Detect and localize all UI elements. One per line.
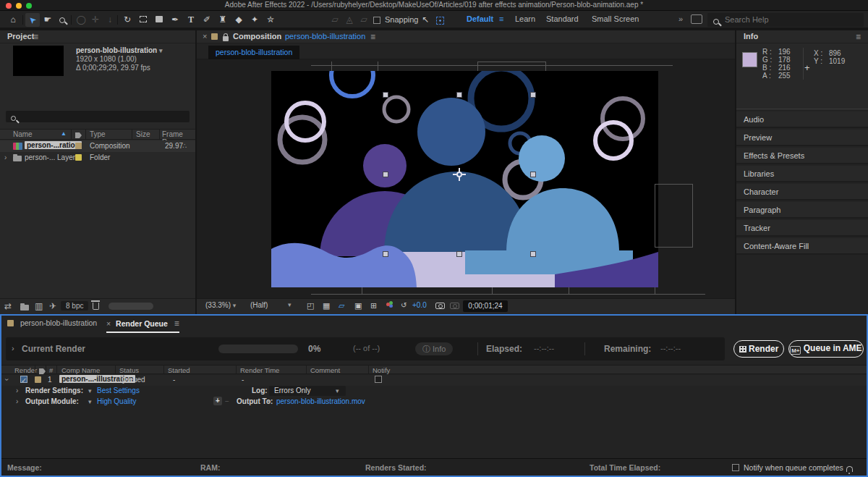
channel-rgb-icon[interactable] bbox=[386, 301, 395, 310]
queue-in-ame-button[interactable]: M+ Queue in AME bbox=[788, 340, 864, 358]
delete-icon[interactable] bbox=[93, 300, 99, 311]
shape-tool-icon[interactable] bbox=[152, 13, 166, 27]
workspace-menu-icon[interactable]: ≡ bbox=[499, 14, 503, 23]
log-dropdown[interactable]: Errors Only ▾ bbox=[269, 386, 346, 396]
sidebar-item-content-aware-fill[interactable]: Content-Aware Fill bbox=[736, 238, 868, 255]
comp-panel-comp-name[interactable]: person-blob-illustration bbox=[285, 32, 365, 41]
column-comp-name[interactable]: Comp Name bbox=[61, 366, 100, 374]
sidebar-item-character[interactable]: Character bbox=[736, 184, 868, 200]
label-color-swatch[interactable] bbox=[75, 143, 82, 149]
lock-icon[interactable] bbox=[223, 33, 229, 42]
project-comp-name[interactable]: person-blob-illustration ▾ bbox=[76, 46, 163, 54]
sidebar-item-preview[interactable]: Preview bbox=[736, 130, 868, 146]
project-search-box[interactable] bbox=[6, 111, 190, 122]
help-search-input[interactable] bbox=[725, 14, 855, 25]
column-type[interactable]: Type bbox=[90, 130, 106, 138]
eraser-tool-icon[interactable]: ◆ bbox=[231, 13, 246, 27]
add-output-module-button[interactable]: + bbox=[213, 397, 222, 405]
mask-visibility-icon[interactable]: ▱ bbox=[339, 301, 344, 311]
output-to-link[interactable]: person-blob-illustration.mov bbox=[276, 397, 365, 405]
expand-chevron-icon[interactable]: › bbox=[16, 387, 18, 394]
column-render-time[interactable]: Render Time bbox=[240, 366, 279, 374]
chevron-down-icon[interactable]: ▾ bbox=[288, 301, 292, 308]
column-name[interactable]: Name bbox=[13, 130, 33, 138]
column-status[interactable]: Status bbox=[119, 366, 139, 374]
render-enabled-checkbox[interactable]: ✓ bbox=[20, 376, 27, 384]
column-render[interactable]: Render bbox=[14, 366, 37, 374]
composition-viewer[interactable] bbox=[197, 59, 735, 298]
expand-chevron-icon[interactable]: › bbox=[4, 153, 7, 161]
column-notify[interactable]: Notify bbox=[373, 366, 390, 374]
notify-queue-checkbox[interactable] bbox=[732, 463, 739, 472]
render-settings-link[interactable]: Best Settings bbox=[97, 387, 140, 394]
transparency-grid-icon[interactable]: ▦ bbox=[323, 301, 330, 311]
sidebar-item-paragraph[interactable]: Paragraph bbox=[736, 202, 868, 219]
snap-options-icon[interactable] bbox=[433, 13, 447, 27]
project-row-composition[interactable]: person-...ration Composition 29.97 ∴ bbox=[0, 140, 195, 152]
workspace-overflow-icon[interactable]: » bbox=[678, 14, 683, 23]
comp-panel-label[interactable]: Composition bbox=[233, 32, 281, 41]
new-folder-icon[interactable] bbox=[20, 303, 29, 313]
type-tool-icon[interactable]: T bbox=[184, 13, 198, 27]
new-composition-icon[interactable]: ▥ bbox=[35, 301, 43, 311]
chevron-down-icon[interactable]: ▾ bbox=[88, 387, 92, 394]
reset-exposure-icon[interactable]: ↺ bbox=[401, 301, 407, 309]
project-flowchart-icon[interactable]: ✈ bbox=[49, 301, 56, 311]
help-search-field[interactable] bbox=[707, 13, 864, 27]
notify-checkbox[interactable] bbox=[375, 376, 382, 384]
panel-menu-icon[interactable]: ≡ bbox=[33, 32, 38, 42]
panel-menu-icon[interactable]: ≡ bbox=[856, 32, 861, 42]
selection-tool-icon[interactable]: ➤ bbox=[25, 13, 40, 27]
snapping-checkbox[interactable] bbox=[373, 16, 380, 25]
chevron-down-icon[interactable]: ▾ bbox=[88, 398, 92, 405]
sort-ascending-icon[interactable]: ▲ bbox=[61, 130, 67, 137]
clone-stamp-tool-icon[interactable]: ♜ bbox=[216, 13, 230, 27]
panel-menu-icon[interactable]: ≡ bbox=[174, 318, 179, 329]
zoom-tool-icon[interactable] bbox=[55, 13, 69, 27]
workspace-settings-icon[interactable] bbox=[691, 14, 702, 24]
horizontal-scrollbar[interactable] bbox=[109, 303, 153, 310]
tab-composition[interactable]: person-blob-illustration bbox=[7, 318, 97, 333]
hand-tool-icon[interactable]: ☛ bbox=[41, 13, 55, 27]
column-comment[interactable]: Comment bbox=[310, 366, 340, 374]
info-panel-title[interactable]: Info bbox=[744, 32, 758, 41]
render-button[interactable]: Render bbox=[733, 340, 784, 358]
guides-options-icon[interactable]: ⊞ bbox=[370, 301, 377, 311]
sidebar-item-audio[interactable]: Audio bbox=[736, 111, 868, 128]
panel-menu-icon[interactable]: ≡ bbox=[370, 32, 375, 42]
close-tab-icon[interactable]: × bbox=[106, 319, 111, 328]
viewer-tab[interactable]: person-blob-illustration bbox=[208, 46, 299, 59]
project-search-input[interactable] bbox=[25, 111, 184, 122]
pen-tool-icon[interactable]: ✒ bbox=[168, 13, 182, 27]
workspace-tab-learn[interactable]: Learn bbox=[515, 14, 535, 23]
column-number[interactable]: # bbox=[49, 366, 53, 374]
pan-behind-tool-icon[interactable] bbox=[136, 13, 150, 27]
workspace-tab-small-screen[interactable]: Small Screen bbox=[592, 14, 639, 23]
project-row-folder[interactable]: › person-... Layers Folder bbox=[0, 152, 195, 164]
composition-canvas[interactable] bbox=[271, 71, 658, 287]
roto-brush-tool-icon[interactable]: ✦ bbox=[247, 13, 262, 27]
chevron-down-icon[interactable]: ▾ bbox=[268, 398, 271, 405]
tab-render-queue[interactable]: × Render Queue ≡ bbox=[106, 318, 179, 333]
snap-pointer-icon[interactable]: ↖ bbox=[418, 13, 433, 27]
brush-tool-icon[interactable]: ✐ bbox=[200, 13, 214, 27]
queue-row[interactable]: › ✓ 1 person-...-illustration Queued - - bbox=[1, 375, 867, 386]
puppet-pin-tool-icon[interactable]: ✮ bbox=[263, 13, 278, 27]
sidebar-item-effects-presets[interactable]: Effects & Presets bbox=[736, 148, 868, 164]
exposure-value[interactable]: +0.0 bbox=[412, 301, 427, 309]
rotation-tool-icon[interactable]: ↻ bbox=[120, 13, 135, 27]
sidebar-item-tracker[interactable]: Tracker bbox=[736, 220, 868, 237]
label-color-swatch[interactable] bbox=[75, 154, 82, 161]
grid-guides-icon[interactable]: ◰ bbox=[307, 301, 314, 311]
resolution-dropdown[interactable]: (Half) bbox=[250, 301, 268, 309]
column-size[interactable]: Size bbox=[136, 130, 150, 138]
render-info-button[interactable]: ⓘ Info bbox=[415, 342, 453, 355]
close-panel-icon[interactable]: × bbox=[203, 32, 207, 41]
expand-chevron-icon[interactable]: › bbox=[12, 344, 14, 353]
magnification-dropdown[interactable]: (33.3%) ▾ bbox=[205, 301, 236, 309]
home-icon[interactable]: ⌂ bbox=[6, 13, 20, 27]
workspace-tab-default[interactable]: Default bbox=[467, 14, 493, 23]
project-item-name[interactable]: person-... Layers bbox=[25, 153, 79, 161]
workspace-tab-standard[interactable]: Standard bbox=[546, 14, 579, 23]
region-of-interest-icon[interactable]: ▣ bbox=[354, 301, 362, 311]
